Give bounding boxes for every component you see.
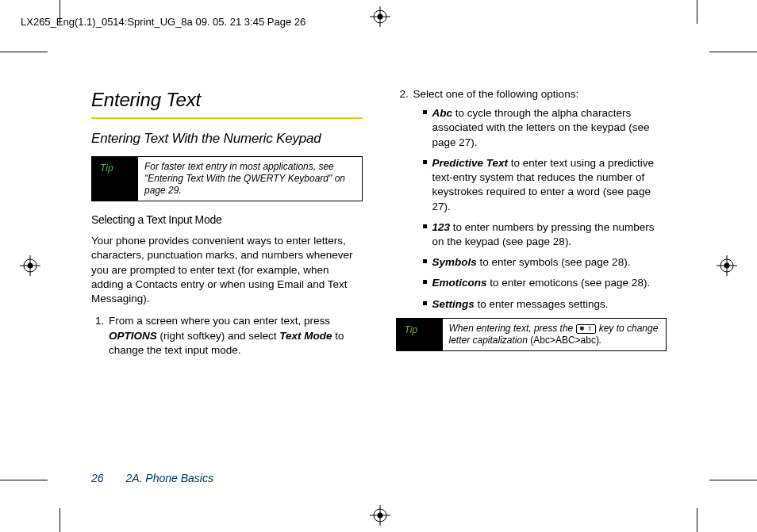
step-item: From a screen where you can enter text, … bbox=[107, 314, 363, 358]
option-desc: to enter emoticons (see page 28). bbox=[487, 277, 651, 289]
shift-key-icon: ✱ ⇧ bbox=[576, 324, 597, 334]
page: LX265_Eng(1.1)_0514:Sprint_UG_8a 09. 05.… bbox=[0, 0, 757, 532]
section-divider bbox=[91, 117, 363, 119]
step-list: From a screen where you can enter text, … bbox=[91, 314, 363, 358]
tip-body: When entering text, press the ✱ ⇧ key to… bbox=[443, 319, 667, 350]
option-term: 123 bbox=[432, 221, 451, 233]
step-text: From a screen where you can enter text, … bbox=[109, 315, 330, 327]
chapter-title: 2A. Phone Basics bbox=[125, 472, 213, 484]
softkey-name: OPTIONS bbox=[109, 330, 157, 342]
registration-mark-icon bbox=[717, 255, 737, 276]
right-column: Select one of the following options: Abc… bbox=[396, 87, 667, 364]
page-number: 26 bbox=[91, 472, 104, 484]
crop-mark bbox=[0, 480, 48, 480]
crop-mark bbox=[709, 52, 757, 52]
tip-body: For faster text entry in most applicatio… bbox=[138, 157, 362, 201]
option-list: Abc to cycle through the alpha character… bbox=[413, 106, 667, 312]
registration-mark-icon bbox=[370, 505, 390, 526]
tip-box: Tip When entering text, press the ✱ ⇧ ke… bbox=[396, 318, 667, 351]
option-desc: to enter symbols (see page 28). bbox=[477, 256, 631, 268]
tip-box: Tip For faster text entry in most applic… bbox=[91, 156, 363, 201]
tip-text: . bbox=[599, 335, 601, 346]
registration-mark-icon bbox=[20, 255, 40, 276]
option-term: Symbols bbox=[432, 256, 477, 268]
crop-mark bbox=[697, 0, 697, 24]
step-lead: Select one of the following options: bbox=[413, 88, 579, 100]
option-item: Symbols to enter symbols (see page 28). bbox=[425, 255, 667, 270]
tip-label: Tip bbox=[397, 319, 443, 350]
option-term: Abc bbox=[432, 107, 453, 119]
step-list-cont: Select one of the following options: Abc… bbox=[396, 87, 667, 312]
page-content: Entering Text Entering Text With the Num… bbox=[60, 30, 698, 490]
section-title: Entering Text bbox=[91, 87, 363, 113]
subsection-title: Entering Text With the Numeric Keypad bbox=[91, 130, 363, 148]
option-item: Emoticons to enter emoticons (see page 2… bbox=[425, 276, 667, 290]
option-desc: to enter numbers by pressing the numbers… bbox=[432, 221, 655, 247]
page-footer: 26 2A. Phone Basics bbox=[91, 472, 213, 484]
tip-text: (Abc>ABC>abc) bbox=[530, 335, 599, 346]
tip-label: Tip bbox=[92, 157, 138, 201]
option-desc: to cycle through the alpha characters as… bbox=[432, 107, 650, 147]
crop-mark bbox=[60, 508, 60, 532]
registration-mark-icon bbox=[370, 6, 390, 27]
tip-text: When entering text, press the bbox=[449, 323, 576, 334]
option-term: Predictive Text bbox=[432, 157, 509, 169]
option-item: Abc to cycle through the alpha character… bbox=[425, 106, 667, 150]
option-term: Emoticons bbox=[432, 277, 487, 289]
option-term: Settings bbox=[432, 298, 475, 310]
left-column: Entering Text Entering Text With the Num… bbox=[91, 87, 363, 364]
crop-mark bbox=[709, 480, 757, 480]
minor-heading: Selecting a Text Input Mode bbox=[91, 212, 363, 228]
option-desc: to enter messages settings. bbox=[475, 298, 609, 310]
option-item: Predictive Text to enter text using a pr… bbox=[425, 156, 667, 214]
step-text: (right softkey) and select bbox=[157, 330, 280, 342]
menu-item-name: Text Mode bbox=[279, 330, 332, 342]
step-item: Select one of the following options: Abc… bbox=[412, 87, 667, 312]
option-item: Settings to enter messages settings. bbox=[425, 297, 667, 312]
intro-paragraph: Your phone provides convenient ways to e… bbox=[91, 234, 363, 306]
crop-mark bbox=[697, 508, 697, 532]
option-item: 123 to enter numbers by pressing the num… bbox=[425, 220, 667, 249]
crop-mark bbox=[0, 52, 48, 52]
crop-mark bbox=[60, 0, 60, 24]
